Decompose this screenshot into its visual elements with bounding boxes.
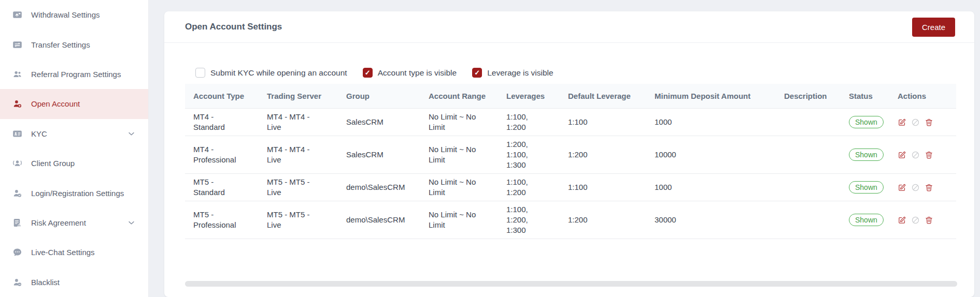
cell-description [776,109,841,136]
cell-default-leverage: 1:100 [560,174,646,201]
column-header-account-type: Account Type [185,84,259,109]
column-header-description: Description [776,84,841,109]
cell-description [776,174,841,201]
cell-leverages: 1:100, 1:200 [498,174,560,201]
table-row: MT4 - Professional MT4 - MT4 - Live Sale… [185,136,956,174]
cell-account-type: MT4 - Standard [185,109,259,136]
checkbox-submit-kyc[interactable]: Submit KYC while opening an account [195,68,347,78]
table-header: Account Type Trading Server Group Accoun… [185,84,956,109]
edit-icon[interactable] [898,216,906,225]
kyc-icon [12,129,22,139]
delete-icon[interactable] [925,151,933,159]
disable-icon[interactable] [911,216,920,225]
cell-account-range: No Limit ~ No Limit [420,109,498,136]
cell-account-type: MT5 - Standard [185,174,259,201]
login-registration-icon [12,188,22,198]
cell-account-range: No Limit ~ No Limit [420,174,498,201]
cell-min-deposit: 30000 [646,201,776,239]
checkbox-leverage-visible[interactable]: ✓ Leverage is visible [472,68,553,78]
sidebar-item-label: Transfer Settings [31,40,90,49]
cell-leverages: 1:200, 1:100, 1:300 [498,136,560,174]
referral-icon [12,69,22,79]
cell-min-deposit: 1000 [646,109,776,136]
checkbox-row: Submit KYC while opening an account ✓ Ac… [185,68,956,78]
column-header-group: Group [338,84,420,109]
checkbox-label: Leverage is visible [487,68,553,78]
open-account-settings-card: Open Account Settings Create Submit KYC … [164,11,974,297]
column-header-actions: Actions [889,84,956,109]
sidebar: Withdrawal Settings Transfer Settings Re… [0,0,149,297]
column-header-minimum-deposit-amount: Minimum Deposit Amount [646,84,776,109]
cell-group: demo\SalesCRM [338,201,420,239]
cell-min-deposit: 10000 [646,136,776,174]
client-group-icon [12,158,22,168]
cell-account-range: No Limit ~ No Limit [420,136,498,174]
cell-default-leverage: 1:200 [560,136,646,174]
check-icon: ✓ [365,69,371,76]
checkbox-account-type-visible[interactable]: ✓ Account type is visible [363,68,457,78]
open-account-icon [12,99,22,109]
cell-account-type: MT5 - Professional [185,201,259,239]
create-button[interactable]: Create [912,18,955,37]
transfer-icon [12,40,22,50]
row-actions [898,151,951,159]
live-chat-icon [12,247,22,257]
edit-icon[interactable] [898,118,906,127]
cell-min-deposit: 1000 [646,174,776,201]
sidebar-item-risk-agreement[interactable]: Risk Agreement [0,208,148,237]
row-actions [898,216,951,225]
cell-trading-server: MT4 - MT4 - Live [259,136,338,174]
card-header: Open Account Settings Create [164,11,974,43]
sidebar-item-open-account[interactable]: Open Account [0,89,148,118]
sidebar-item-withdrawal-settings[interactable]: Withdrawal Settings [0,0,148,29]
check-icon: ✓ [474,69,480,76]
table-row: MT5 - Standard MT5 - MT5 - Live demo\Sal… [185,174,956,201]
cell-description [776,201,841,239]
sidebar-item-client-group[interactable]: Client Group [0,148,148,178]
cell-default-leverage: 1:100 [560,109,646,136]
delete-icon[interactable] [925,216,933,225]
checkbox-box: ✓ [472,68,482,78]
sidebar-item-blacklist[interactable]: Blacklist [0,268,148,297]
cell-description [776,136,841,174]
sidebar-item-label: Referral Program Settings [31,70,121,79]
sidebar-item-kyc[interactable]: KYC [0,119,148,148]
sidebar-item-label: Blacklist [31,278,60,287]
row-actions [898,183,951,192]
sidebar-item-label: Open Account [31,99,80,108]
cell-default-leverage: 1:200 [560,201,646,239]
disable-icon[interactable] [911,151,920,159]
sidebar-item-label: Withdrawal Settings [31,10,100,19]
sidebar-item-label: KYC [31,129,47,138]
column-header-status: Status [841,84,889,109]
card-body: Submit KYC while opening an account ✓ Ac… [164,68,974,239]
risk-agreement-icon [12,218,22,228]
sidebar-item-referral-program-settings[interactable]: Referral Program Settings [0,60,148,89]
delete-icon[interactable] [925,183,933,192]
delete-icon[interactable] [925,118,933,127]
cell-group: SalesCRM [338,109,420,136]
edit-icon[interactable] [898,151,906,159]
disable-icon[interactable] [911,183,920,192]
horizontal-scrollbar[interactable] [185,281,957,287]
column-header-account-range: Account Range [420,84,498,109]
sidebar-item-live-chat-settings[interactable]: Live-Chat Settings [0,237,148,267]
status-badge: Shown [849,116,884,128]
column-header-trading-server: Trading Server [259,84,338,109]
sidebar-item-transfer-settings[interactable]: Transfer Settings [0,29,148,59]
checkbox-label: Account type is visible [378,68,457,78]
accounts-table: Account Type Trading Server Group Accoun… [185,84,956,239]
withdrawal-icon [12,10,22,20]
status-badge: Shown [849,148,884,161]
cell-leverages: 1:100, 1:200 [498,109,560,136]
column-header-leverages: Leverages [498,84,560,109]
sidebar-item-login-registration-settings[interactable]: Login/Registration Settings [0,178,148,207]
edit-icon[interactable] [898,183,906,192]
accounts-table-wrapper: Account Type Trading Server Group Accoun… [185,84,956,239]
table-row: MT4 - Standard MT4 - MT4 - Live SalesCRM… [185,109,956,136]
disable-icon[interactable] [911,118,920,127]
sidebar-item-label: Risk Agreement [31,218,86,227]
sidebar-item-label: Live-Chat Settings [31,248,95,257]
cell-trading-server: MT5 - MT5 - Live [259,174,338,201]
sidebar-item-label: Login/Registration Settings [31,189,124,198]
